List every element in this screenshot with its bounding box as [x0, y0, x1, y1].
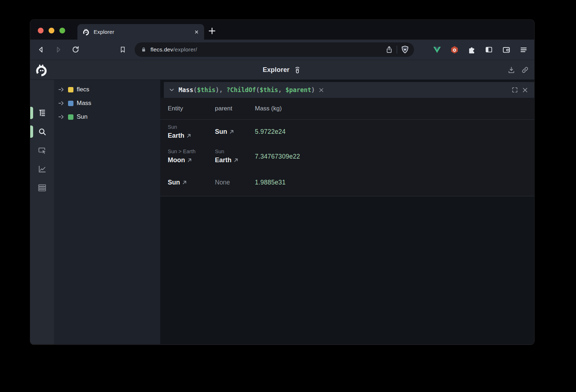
external-link-icon: [186, 133, 191, 138]
url-path: /explorer/: [173, 46, 197, 53]
bookmark-icon[interactable]: [117, 44, 129, 55]
query-token: ?ChildOf: [226, 86, 256, 94]
sidebar-item-tree[interactable]: [36, 106, 49, 119]
tree-item[interactable]: Sun: [54, 110, 160, 124]
entity-parent-path: Sun: [168, 123, 215, 131]
inspect-icon: [37, 146, 47, 155]
sidebar-item-stats[interactable]: [36, 163, 49, 176]
sidebar-item-inspect[interactable]: [36, 144, 49, 157]
traffic-lights: [38, 28, 65, 33]
tree-item[interactable]: Mass: [54, 96, 160, 110]
query-token: $this: [260, 86, 278, 94]
entity-link[interactable]: Earth: [168, 131, 184, 141]
entity-cell: Sun > Earth Moon: [168, 144, 215, 169]
back-button[interactable]: [35, 44, 47, 55]
parent-cell: Sun: [215, 120, 255, 144]
table-row: Sun None 1.9885e31: [160, 169, 534, 196]
tree-item-label: Mass: [77, 100, 91, 107]
parent-link[interactable]: Sun: [215, 127, 227, 137]
entity-color-swatch: [68, 87, 73, 92]
forward-button[interactable]: [53, 44, 64, 55]
flecs-logo-icon[interactable]: [35, 64, 48, 77]
zoom-window-button[interactable]: [59, 28, 65, 33]
entity-color-swatch: [68, 114, 73, 120]
external-link-icon: [187, 158, 192, 163]
sidebar-toggle-icon[interactable]: [484, 44, 494, 55]
query-token: ,: [278, 86, 285, 94]
entity-cell: Sun: [168, 169, 215, 196]
remote-connection-icon[interactable]: [293, 65, 302, 74]
collapse-chevron-icon[interactable]: [168, 86, 175, 94]
share-icon[interactable]: [385, 45, 393, 54]
sidebar-item-search[interactable]: [36, 125, 49, 138]
mass-cell: 5.9722e24: [255, 120, 534, 144]
close-query-icon[interactable]: [522, 87, 528, 94]
close-window-button[interactable]: [38, 28, 44, 33]
main-content: flecs Mass Sun Mass($this: [30, 80, 534, 344]
tree-panel: flecs Mass Sun: [54, 80, 160, 344]
query-panel-empty-area: [160, 196, 534, 344]
url-host: flecs.dev: [150, 46, 173, 53]
new-tab-button[interactable]: [207, 26, 217, 36]
mass-cell: 1.9885e31: [255, 169, 534, 196]
external-link-icon: [182, 180, 187, 185]
url-bar[interactable]: flecs.dev/explorer/: [135, 42, 414, 57]
mass-value: 7.34767309e22: [255, 153, 534, 160]
sidebar-item-memory[interactable]: [36, 181, 49, 194]
menu-hamburger-icon[interactable]: [518, 44, 528, 55]
table-row: Sun > Earth Moon Sun Earth 7.34767309e22: [160, 144, 534, 169]
urlbar-divider: [397, 46, 397, 54]
results-body: Sun Earth Sun 5.9722e24 Sun > Earth: [160, 120, 534, 196]
query-panel: Mass($this), ?ChildOf($this, $parent) En…: [160, 80, 534, 344]
results-table: Entity parent Mass (kg) Sun Earth Sun: [160, 98, 534, 196]
reload-button[interactable]: [70, 44, 81, 55]
query-token: (: [193, 86, 197, 94]
browser-window: Explorer: [30, 20, 534, 345]
column-header-entity: Entity: [168, 105, 215, 112]
entity-color-swatch: [68, 101, 73, 106]
wallet-icon[interactable]: [501, 44, 511, 55]
clear-query-icon[interactable]: [318, 87, 324, 93]
browser-toolbar: flecs.dev/explorer/: [30, 40, 534, 60]
mass-value: 5.9722e24: [255, 128, 534, 136]
entity-link[interactable]: Sun: [168, 178, 180, 187]
tab-title: Explorer: [94, 29, 189, 35]
parent-link[interactable]: Earth: [215, 155, 231, 165]
icon-sidebar: [30, 80, 54, 344]
parent-link: None: [215, 178, 230, 187]
expand-arrow-icon[interactable]: [58, 86, 65, 93]
vue-devtools-icon[interactable]: [432, 44, 442, 55]
table-row: Sun Earth Sun 5.9722e24: [160, 120, 534, 144]
parent-cell: Sun Earth: [215, 144, 255, 169]
extensions-puzzle-icon[interactable]: [467, 44, 477, 55]
query-token: ),: [215, 86, 226, 94]
url-text: flecs.dev/explorer/: [150, 46, 382, 53]
entity-link[interactable]: Moon: [168, 155, 185, 165]
page-title: Explorer: [263, 66, 290, 74]
query-token: ): [311, 86, 315, 94]
query-token: (: [256, 86, 260, 94]
expand-arrow-icon[interactable]: [58, 113, 65, 120]
browser-tab[interactable]: Explorer: [77, 24, 204, 40]
active-indicator: [30, 126, 33, 138]
tab-close-icon[interactable]: [193, 29, 200, 35]
download-icon[interactable]: [507, 66, 516, 74]
tab-bar: Explorer: [30, 20, 534, 40]
brave-shield-icon[interactable]: [400, 45, 410, 54]
tree-item-label: flecs: [77, 86, 89, 93]
app-header: Explorer: [30, 60, 534, 80]
search-icon: [37, 127, 47, 136]
tree-item[interactable]: flecs: [54, 83, 160, 96]
expand-arrow-icon[interactable]: [58, 100, 65, 107]
link-icon[interactable]: [521, 66, 529, 74]
minimize-window-button[interactable]: [49, 28, 54, 33]
hexagon-extension-icon[interactable]: [449, 44, 459, 55]
table-header-row: Entity parent Mass (kg): [160, 98, 534, 120]
query-expression[interactable]: Mass($this), ?ChildOf($this, $parent): [179, 86, 315, 94]
tree-item-label: Sun: [77, 113, 87, 120]
column-header-parent: parent: [215, 105, 255, 112]
query-token: $parent: [285, 86, 311, 94]
active-indicator: [30, 107, 33, 119]
fullscreen-icon[interactable]: [511, 86, 518, 94]
column-header-mass: Mass (kg): [255, 105, 534, 112]
